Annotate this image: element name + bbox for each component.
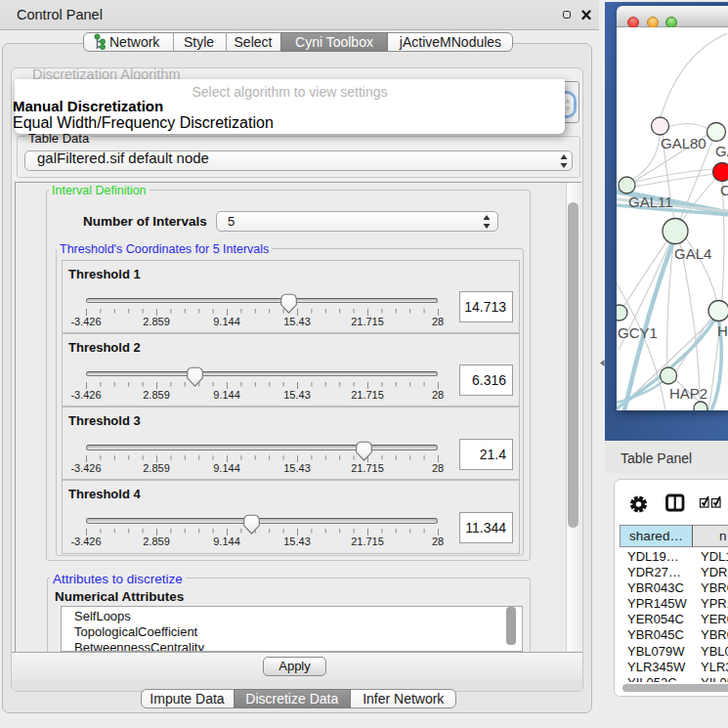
svg-text:GCY1: GCY1	[618, 324, 658, 341]
svg-text:GAL4: GAL4	[674, 245, 711, 262]
svg-text:H: H	[717, 322, 728, 339]
svg-text:GAL11: GAL11	[628, 193, 673, 210]
svg-text:GA: GA	[715, 143, 728, 159]
svg-text:HAP2: HAP2	[669, 385, 707, 402]
svg-text:GAL80: GAL80	[661, 135, 707, 151]
svg-text:C: C	[720, 182, 728, 198]
